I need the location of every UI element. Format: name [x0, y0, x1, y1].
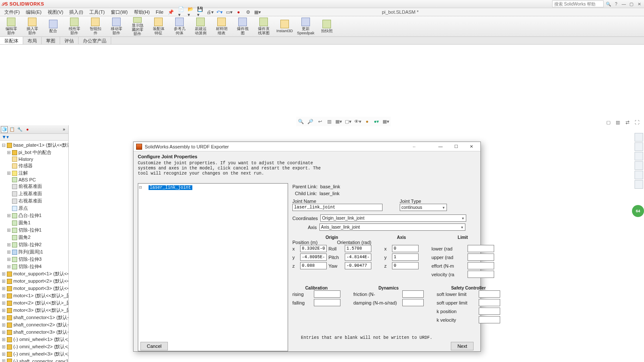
ribbon-btn-13[interactable]: Instant3D	[274, 17, 295, 36]
print-icon[interactable]: 🖨▾	[207, 8, 214, 16]
tree-item[interactable]: ⊞shaft_connector<2> (默认<	[1, 321, 67, 329]
dialog-close-icon[interactable]: ✕	[465, 142, 478, 151]
minimize-icon[interactable]: —	[621, 1, 627, 7]
axis-z-input[interactable]	[392, 262, 419, 269]
cancel-button[interactable]: Cancel	[140, 342, 168, 350]
menu-window[interactable]: 窗口(W)	[108, 8, 131, 16]
tree-expand-icon[interactable]: ⊞	[2, 344, 6, 350]
tree-item[interactable]: ⊞切除-拉伸3	[1, 256, 67, 263]
single-view-icon[interactable]: ▢	[605, 118, 612, 126]
rising-input[interactable]	[314, 290, 340, 298]
next-button[interactable]: Next	[451, 342, 474, 350]
tree-item[interactable]: ⊞切除-拉伸4	[1, 263, 67, 270]
help-search-input[interactable]	[552, 0, 604, 7]
new-icon[interactable]: 📄▾	[178, 8, 186, 16]
tree-expand-icon[interactable]: ⊞	[7, 242, 11, 247]
tree-expand-icon[interactable]: ⊞	[2, 308, 6, 313]
coord-select[interactable]: Origin_laser_link_joint	[320, 214, 466, 222]
close-icon[interactable]: ✕	[636, 1, 642, 7]
ribbon-btn-2[interactable]: 配合	[43, 17, 64, 36]
limit-velocity-input[interactable]	[468, 271, 494, 278]
tree-item[interactable]: ⊞(-) omni_wheel<1> (默认<默	[1, 336, 67, 343]
tree-collapse-icon[interactable]: »	[61, 126, 67, 133]
appearance-icon[interactable]: ●▾	[373, 118, 380, 125]
dialog-minimize-icon[interactable]: —	[434, 142, 447, 151]
friction-input[interactable]	[402, 290, 424, 298]
taskpane-library-icon[interactable]	[635, 142, 643, 151]
tree-item[interactable]: History	[1, 156, 67, 162]
ribbon-btn-12[interactable]: 爆炸直线草图	[253, 17, 274, 36]
tree-item[interactable]: ABS PC	[1, 177, 67, 183]
menu-file[interactable]: 文件(F)	[2, 8, 22, 16]
tree-item[interactable]: ⊞(-) shaft_connector_cap<1>	[1, 358, 67, 362]
tree-expand-icon[interactable]: ⊞	[2, 337, 6, 342]
tree-tab-display-icon[interactable]: ●	[24, 126, 31, 133]
select-icon[interactable]: ▭▾	[225, 8, 233, 16]
joint-type-select[interactable]: continuous	[400, 204, 447, 211]
menu-edit[interactable]: 编辑(E)	[23, 8, 44, 16]
dialog-pin-icon[interactable]: ↔	[412, 145, 416, 149]
two-view-icon[interactable]: ▥	[614, 118, 622, 126]
rebuild-icon[interactable]: ●	[235, 8, 243, 16]
dialog-maximize-icon[interactable]: ☐	[450, 142, 462, 151]
ribbon-btn-11[interactable]: 爆炸视图	[232, 17, 253, 36]
taskpane-explorer-icon[interactable]	[635, 152, 643, 160]
tab-4[interactable]: 办公室产品	[79, 37, 111, 44]
tab-1[interactable]: 布局	[23, 37, 42, 44]
view-orient-icon[interactable]: ▦▾	[335, 118, 343, 125]
tree-item[interactable]: ⊞pi_bot 中的配合	[1, 149, 67, 156]
pitch-input[interactable]	[345, 253, 371, 261]
ribbon-btn-8[interactable]: 参考几何体	[169, 17, 190, 36]
limit-effort-input[interactable]	[468, 262, 494, 269]
search-icon[interactable]: 🔍	[605, 1, 611, 7]
help-icon[interactable]: ?	[613, 1, 619, 7]
tree-expand-icon[interactable]: ⊞	[7, 170, 11, 176]
ribbon-btn-14[interactable]: 更新Speedpak	[295, 17, 316, 36]
tree-item[interactable]: ⊞motor_support<1> (默认<<	[1, 270, 67, 278]
tree-expand-icon[interactable]: ⊞	[7, 249, 11, 255]
tree-item[interactable]: 右视基准面	[1, 197, 67, 205]
tree-filter[interactable]: ▼▾	[0, 134, 68, 141]
maximize-icon[interactable]: ▢	[629, 1, 635, 7]
k-position-input[interactable]	[479, 308, 500, 315]
ribbon-btn-9[interactable]: 新建运动算例	[190, 17, 211, 36]
tree-item[interactable]: ⊞注解	[1, 169, 67, 177]
joint-tree-item-selected[interactable]: laser_link_joint	[149, 185, 192, 190]
ribbon-btn-15[interactable]: 拍快照	[316, 17, 337, 36]
menu-view[interactable]: 视图(V)	[45, 8, 66, 16]
ribbon-btn-0[interactable]: 编辑零部件	[1, 17, 21, 36]
yaw-input[interactable]	[345, 262, 371, 269]
tree-expand-icon[interactable]: ⊞	[2, 293, 6, 299]
tree-item[interactable]: ⊞切除-拉伸1	[1, 226, 67, 234]
tree-expand-icon[interactable]: ⊟	[2, 142, 6, 148]
tree-expand-icon[interactable]: ⊞	[2, 271, 6, 277]
link-views-icon[interactable]: ⇄	[623, 118, 631, 126]
tree-expand-icon[interactable]: ⊞	[2, 300, 6, 306]
limit-upper-input[interactable]	[468, 253, 494, 261]
tree-item[interactable]: ⊞motor_support<2> (默认<<	[1, 278, 67, 285]
soft-lower-input[interactable]	[479, 290, 500, 298]
tree-tab-config-icon[interactable]: 🔧	[16, 126, 23, 133]
tree-item[interactable]: ⊞shaft_connector<3> (默认<	[1, 329, 67, 336]
joint-name-input[interactable]	[292, 204, 383, 211]
prev-view-icon[interactable]: ↩	[316, 118, 324, 125]
tree-item[interactable]: ⊞shaft_connector<1> (默认<	[1, 314, 67, 321]
render-icon[interactable]: ▦▾	[382, 118, 390, 125]
tree-expand-icon[interactable]: ⊞	[2, 322, 6, 328]
tree-expand-icon[interactable]: ⊞	[7, 227, 11, 233]
tree-item[interactable]: ⊞motor_support<3> (默认<<	[1, 285, 67, 292]
tab-2[interactable]: 草图	[42, 37, 60, 44]
soft-upper-input[interactable]	[479, 299, 500, 306]
tree-item[interactable]: ⊞切除-拉伸2	[1, 241, 67, 248]
tree-item[interactable]: 圆角1	[1, 219, 67, 226]
tree-tab-feature-icon[interactable]: 🧊	[1, 126, 8, 133]
taskpane-resources-icon[interactable]	[635, 133, 643, 142]
falling-input[interactable]	[314, 299, 340, 306]
menu-help[interactable]: 帮助(H)	[131, 8, 152, 16]
menu-file-ext[interactable]: File	[153, 9, 166, 15]
tree-item[interactable]: ⊞motor<3> (默认<<默认>_显	[1, 307, 67, 314]
tree-expand-icon[interactable]: ⊞	[2, 278, 6, 284]
section-icon[interactable]: ▥	[325, 118, 333, 125]
undo-icon[interactable]: ↶▾	[216, 8, 224, 16]
ribbon-btn-10[interactable]: 材料明细表	[211, 17, 232, 36]
